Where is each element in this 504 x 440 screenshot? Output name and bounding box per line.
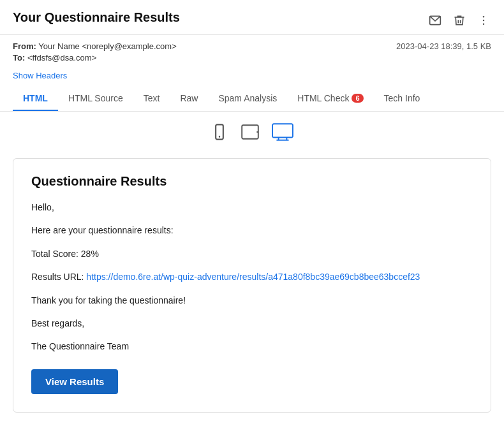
svg-point-1 — [483, 16, 485, 18]
mobile-icon — [211, 123, 228, 141]
header-icons — [427, 13, 491, 28]
body-title: Questionnaire Results — [31, 174, 473, 189]
to-value: <ffdsfs@dsa.com> — [27, 53, 96, 62]
tablet-view-button[interactable] — [237, 121, 263, 145]
svg-point-2 — [483, 20, 485, 22]
show-headers-link[interactable]: Show Headers — [13, 71, 67, 80]
results-url-link[interactable]: https://demo.6re.at/wp-quiz-adventure/re… — [86, 272, 420, 282]
email-header: Your Questionnaire Results — [0, 0, 504, 35]
intro: Here are your questionnaire results: — [31, 223, 473, 237]
html-check-badge: 6 — [352, 94, 363, 103]
email-body-card: Questionnaire Results Hello, Here are yo… — [13, 158, 491, 413]
tab-html-source[interactable]: HTML Source — [58, 87, 133, 111]
tab-html[interactable]: HTML — [13, 87, 58, 111]
tab-spam-analysis[interactable]: Spam Analysis — [208, 87, 287, 111]
meta-section: 2023-04-23 18:39, 1.5 KB From: Your Name… — [0, 35, 504, 67]
results-url-label: Results URL: — [31, 272, 86, 282]
tab-raw[interactable]: Raw — [170, 87, 208, 111]
email-date: 2023-04-23 18:39, 1.5 KB — [396, 41, 491, 51]
more-options-button[interactable] — [476, 13, 491, 28]
tab-tech-info[interactable]: Tech Info — [374, 87, 431, 111]
tab-html-check[interactable]: HTML Check 6 — [287, 87, 373, 111]
tab-text[interactable]: Text — [133, 87, 170, 111]
best-regards: Best regards, — [31, 316, 473, 330]
email-container: Your Questionnaire Results — [0, 0, 504, 440]
to-row: To: <ffdsfs@dsa.com> — [13, 53, 491, 62]
mail-icon-button[interactable] — [427, 13, 443, 28]
tabs-bar: HTML HTML Source Text Raw Spam Analysis … — [0, 87, 504, 112]
score: Total Score: 28% — [31, 247, 473, 261]
team-name: The Questionnaire Team — [31, 339, 473, 353]
mail-icon — [429, 14, 441, 27]
results-url-line: Results URL: https://demo.6re.at/wp-quiz… — [31, 270, 473, 284]
view-icons-bar — [0, 112, 504, 152]
greeting: Hello, — [31, 200, 473, 214]
svg-point-3 — [483, 24, 485, 26]
svg-rect-8 — [272, 124, 293, 137]
from-value: Your Name <noreply@example.com> — [38, 41, 177, 51]
thank-you: Thank you for taking the questionnaire! — [31, 293, 473, 307]
svg-rect-6 — [242, 125, 258, 138]
desktop-view-button[interactable] — [269, 121, 296, 145]
view-results-button[interactable]: View Results — [31, 369, 118, 394]
tablet-icon — [240, 123, 260, 141]
trash-icon — [453, 14, 466, 27]
page-title: Your Questionnaire Results — [13, 10, 180, 25]
email-body-wrapper: Questionnaire Results Hello, Here are yo… — [0, 152, 504, 432]
more-options-icon — [477, 14, 490, 27]
trash-icon-button[interactable] — [452, 13, 467, 28]
desktop-icon — [272, 123, 293, 141]
mobile-view-button[interactable] — [208, 121, 231, 145]
to-label: To: — [13, 53, 25, 62]
from-label: From: — [13, 41, 36, 51]
